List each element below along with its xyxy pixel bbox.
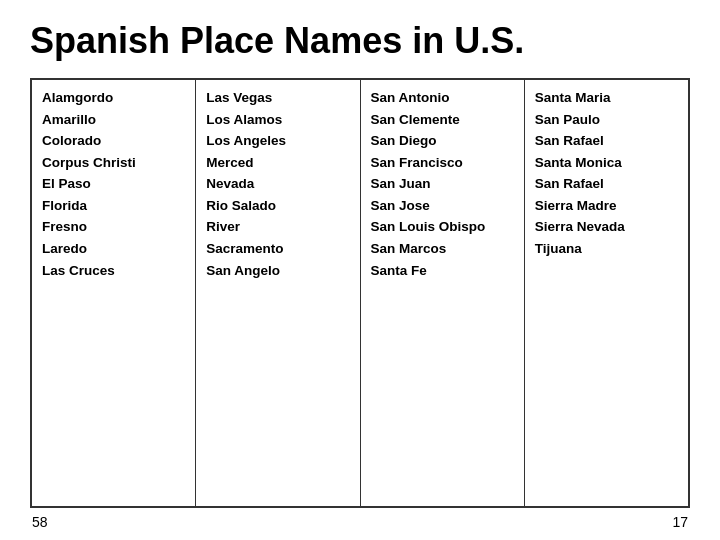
list-item: San Louis Obispo [371, 217, 514, 237]
list-item: Tijuana [535, 239, 678, 259]
list-item: Rio Salado [206, 196, 349, 216]
list-item: San Juan [371, 174, 514, 194]
list-item: Santa Maria [535, 88, 678, 108]
footer-right: 17 [672, 514, 688, 530]
list-item: Nevada [206, 174, 349, 194]
list-item: San Antonio [371, 88, 514, 108]
list-item: Amarillo [42, 110, 185, 130]
footer: 58 17 [30, 508, 690, 530]
list-item: Sierra Nevada [535, 217, 678, 237]
list-item: San Francisco [371, 153, 514, 173]
place-names-table: AlamgordoAmarilloColoradoCorpus ChristiE… [31, 79, 689, 507]
list-item: Las Cruces [42, 261, 185, 281]
list-item: San Diego [371, 131, 514, 151]
list-item: El Paso [42, 174, 185, 194]
cell-content-1: Las VegasLos AlamosLos AngelesMercedNeva… [206, 88, 349, 280]
list-item: San Angelo [206, 261, 349, 281]
list-item: San Paulo [535, 110, 678, 130]
list-item: Sacramento [206, 239, 349, 259]
list-item: San Rafael [535, 174, 678, 194]
list-item: Sierra Madre [535, 196, 678, 216]
footer-left: 58 [32, 514, 48, 530]
list-item: Fresno [42, 217, 185, 237]
table-cell-col-1: Las VegasLos AlamosLos AngelesMercedNeva… [196, 80, 360, 507]
table-container: AlamgordoAmarilloColoradoCorpus ChristiE… [30, 78, 690, 508]
list-item: Santa Monica [535, 153, 678, 173]
page: Spanish Place Names in U.S. AlamgordoAma… [0, 0, 720, 540]
list-item: Alamgordo [42, 88, 185, 108]
cell-content-3: Santa MariaSan PauloSan RafaelSanta Moni… [535, 88, 678, 259]
list-item: Laredo [42, 239, 185, 259]
list-item: Merced [206, 153, 349, 173]
list-item: San Clemente [371, 110, 514, 130]
table-cell-col-2: San AntonioSan ClementeSan DiegoSan Fran… [360, 80, 524, 507]
list-item: Santa Fe [371, 261, 514, 281]
table-cell-col-3: Santa MariaSan PauloSan RafaelSanta Moni… [524, 80, 688, 507]
list-item: Florida [42, 196, 185, 216]
list-item: River [206, 217, 349, 237]
list-item: Los Alamos [206, 110, 349, 130]
cell-content-0: AlamgordoAmarilloColoradoCorpus ChristiE… [42, 88, 185, 280]
list-item: Los Angeles [206, 131, 349, 151]
list-item: San Jose [371, 196, 514, 216]
list-item: San Rafael [535, 131, 678, 151]
page-title: Spanish Place Names in U.S. [30, 20, 690, 62]
list-item: Las Vegas [206, 88, 349, 108]
list-item: Corpus Christi [42, 153, 185, 173]
list-item: Colorado [42, 131, 185, 151]
table-cell-col-0: AlamgordoAmarilloColoradoCorpus ChristiE… [32, 80, 196, 507]
list-item: San Marcos [371, 239, 514, 259]
cell-content-2: San AntonioSan ClementeSan DiegoSan Fran… [371, 88, 514, 280]
